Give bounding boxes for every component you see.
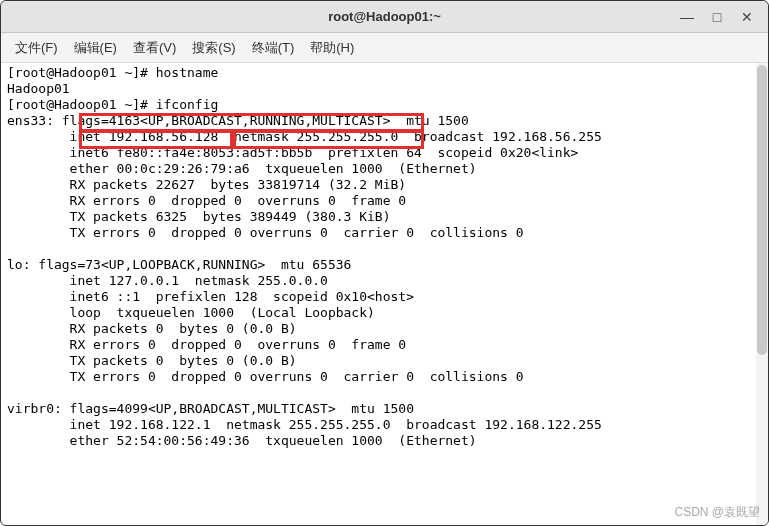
menu-edit[interactable]: 编辑(E): [66, 35, 125, 61]
close-button[interactable]: ✕: [732, 3, 762, 31]
window-controls: — □ ✕: [672, 1, 762, 33]
menu-terminal[interactable]: 终端(T): [244, 35, 303, 61]
watermark: CSDN @袁既望: [674, 504, 760, 521]
titlebar[interactable]: root@Hadoop01:~ — □ ✕: [1, 1, 768, 33]
minimize-button[interactable]: —: [672, 3, 702, 31]
menu-view[interactable]: 查看(V): [125, 35, 184, 61]
menu-search[interactable]: 搜索(S): [184, 35, 243, 61]
vertical-scrollbar[interactable]: [756, 63, 768, 525]
terminal-area[interactable]: [root@Hadoop01 ~]# hostname Hadoop01 [ro…: [1, 63, 768, 453]
terminal-output: [root@Hadoop01 ~]# hostname Hadoop01 [ro…: [7, 65, 764, 449]
scrollbar-thumb[interactable]: [757, 65, 767, 355]
menu-help[interactable]: 帮助(H): [302, 35, 362, 61]
maximize-button[interactable]: □: [702, 3, 732, 31]
menu-file[interactable]: 文件(F): [7, 35, 66, 61]
menubar: 文件(F) 编辑(E) 查看(V) 搜索(S) 终端(T) 帮助(H): [1, 33, 768, 63]
window-title: root@Hadoop01:~: [328, 9, 441, 24]
